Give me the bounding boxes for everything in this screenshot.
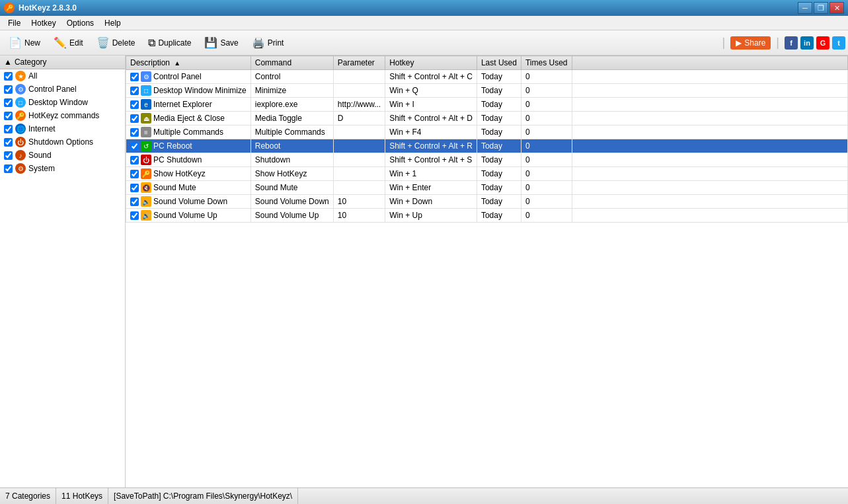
- row-checkbox-6[interactable]: [130, 156, 139, 164]
- cell-command-7: Show HotKeyz: [251, 167, 333, 181]
- cell-last-used-0: Today: [477, 70, 521, 84]
- cell-command-1: Minimize: [251, 84, 333, 98]
- row-checkbox-4[interactable]: [130, 128, 139, 137]
- row-checkbox-8[interactable]: [130, 184, 139, 192]
- sidebar-checkbox-system[interactable]: [4, 164, 13, 173]
- duplicate-icon: ⧉: [148, 37, 155, 49]
- col-command[interactable]: Command: [251, 56, 333, 70]
- content-area: Description ▲ Command Parameter Hotkey L…: [126, 55, 848, 487]
- sidebar-item-hotkeyz-commands[interactable]: 🔑 HotKeyz commands: [0, 109, 125, 122]
- cell-times-used-1: 0: [521, 84, 572, 98]
- cell-last-used-5: Today: [477, 139, 521, 153]
- cat-icon-system: ⚙: [15, 163, 26, 174]
- menu-file[interactable]: File: [3, 17, 26, 29]
- cell-times-used-3: 0: [521, 112, 572, 126]
- table-container[interactable]: Description ▲ Command Parameter Hotkey L…: [126, 55, 848, 487]
- close-button[interactable]: ✕: [829, 2, 844, 14]
- sidebar-label-desktop-window: Desktop Window: [28, 98, 88, 107]
- desc-text-8: Sound Mute: [153, 183, 196, 192]
- table-row[interactable]: ≡ Multiple Commands Multiple Commands Wi…: [126, 126, 848, 139]
- cat-icon-internet: 🌐: [15, 124, 26, 134]
- table-row[interactable]: ⚙ Control Panel Control Shift + Control …: [126, 70, 848, 84]
- separator2: |: [776, 36, 779, 50]
- sidebar-item-internet[interactable]: 🌐 Internet: [0, 122, 125, 135]
- print-label: Print: [268, 38, 284, 48]
- row-checkbox-3[interactable]: [130, 114, 139, 123]
- sidebar-checkbox-all[interactable]: [4, 72, 13, 81]
- table-body: ⚙ Control Panel Control Shift + Control …: [126, 70, 848, 223]
- cell-parameter-1: [333, 84, 385, 98]
- cell-extra-9: [572, 195, 848, 209]
- sidebar-checkbox-control-panel[interactable]: [4, 85, 13, 94]
- sidebar-item-sound[interactable]: ♪ Sound: [0, 149, 125, 162]
- row-checkbox-1[interactable]: [130, 87, 139, 95]
- status-categories: 7 Categories: [0, 488, 56, 504]
- col-parameter[interactable]: Parameter: [333, 56, 385, 70]
- edit-icon: ✏️: [54, 36, 67, 49]
- cell-extra-3: [572, 112, 848, 126]
- menu-help[interactable]: Help: [99, 17, 126, 29]
- col-hotkey[interactable]: Hotkey: [385, 56, 477, 70]
- cell-description-9: 🔉 Sound Volume Down: [126, 195, 251, 209]
- table-row[interactable]: □ Desktop Window Minimize Minimize Win +…: [126, 84, 848, 98]
- table-row[interactable]: ⏏ Media Eject & Close Media Toggle D Shi…: [126, 112, 848, 126]
- google-icon[interactable]: G: [816, 36, 829, 50]
- share-button[interactable]: ▶ Share: [730, 36, 771, 50]
- cell-command-4: Multiple Commands: [251, 126, 333, 139]
- duplicate-button[interactable]: ⧉ Duplicate: [142, 34, 197, 52]
- sidebar-checkbox-shutdown-options[interactable]: [4, 138, 13, 147]
- twitter-icon[interactable]: t: [832, 36, 845, 50]
- row-icon-6: ⏻: [141, 155, 151, 165]
- sidebar-item-control-panel[interactable]: ⚙ Control Panel: [0, 83, 125, 96]
- linkedin-icon[interactable]: in: [800, 36, 814, 50]
- row-icon-7: 🔑: [141, 168, 151, 179]
- row-icon-3: ⏏: [141, 113, 151, 124]
- table-row[interactable]: 🔊 Sound Volume Up Sound Volume Up 10 Win…: [126, 209, 848, 223]
- table-row[interactable]: e Internet Explorer iexplore.exe http://…: [126, 98, 848, 112]
- save-button[interactable]: 💾 Save: [198, 33, 244, 52]
- delete-icon: 🗑️: [96, 36, 110, 49]
- row-checkbox-5[interactable]: [130, 142, 139, 151]
- sidebar-item-desktop-window[interactable]: □ Desktop Window: [0, 96, 125, 109]
- sidebar-item-all[interactable]: ★ All: [0, 69, 125, 83]
- print-button[interactable]: 🖨️ Print: [246, 33, 290, 52]
- table-row[interactable]: 🔉 Sound Volume Down Sound Volume Down 10…: [126, 195, 848, 209]
- cell-hotkey-6: Shift + Control + Alt + S: [385, 153, 477, 167]
- sidebar-checkbox-sound[interactable]: [4, 151, 13, 160]
- new-button[interactable]: 📄 New: [3, 33, 46, 52]
- row-checkbox-7[interactable]: [130, 170, 139, 178]
- titlebar-controls: ─ ❐ ✕: [798, 2, 844, 14]
- table-row[interactable]: ↺ PC Reboot Reboot Shift + Control + Alt…: [126, 139, 848, 153]
- col-times-used[interactable]: Times Used: [521, 56, 572, 70]
- col-description[interactable]: Description ▲: [126, 56, 251, 70]
- cat-icon-hotkeyz-commands: 🔑: [15, 110, 26, 121]
- delete-button[interactable]: 🗑️ Delete: [91, 33, 141, 52]
- cell-description-4: ≡ Multiple Commands: [126, 126, 251, 139]
- restore-button[interactable]: ❐: [814, 2, 828, 14]
- desc-text-7: Show HotKeyz: [153, 169, 206, 178]
- row-checkbox-0[interactable]: [130, 73, 139, 81]
- separator: |: [722, 36, 726, 50]
- row-checkbox-9[interactable]: [130, 198, 139, 206]
- cell-last-used-1: Today: [477, 84, 521, 98]
- table-row[interactable]: 🔇 Sound Mute Sound Mute Win + Enter Toda…: [126, 181, 848, 195]
- table-row[interactable]: 🔑 Show HotKeyz Show HotKeyz Win + 1 Toda…: [126, 167, 848, 181]
- minimize-button[interactable]: ─: [798, 2, 812, 14]
- sidebar-checkbox-hotkeyz-commands[interactable]: [4, 112, 13, 120]
- sidebar-label-control-panel: Control Panel: [28, 85, 77, 94]
- cell-description-8: 🔇 Sound Mute: [126, 181, 251, 195]
- duplicate-label: Duplicate: [158, 38, 191, 48]
- sidebar-checkbox-desktop-window[interactable]: [4, 98, 13, 107]
- col-last-used[interactable]: Last Used: [477, 56, 521, 70]
- sidebar-item-shutdown-options[interactable]: ⏻ Shutdown Options: [0, 135, 125, 149]
- edit-button[interactable]: ✏️ Edit: [48, 33, 89, 52]
- table-row[interactable]: ⏻ PC Shutdown Shutdown Shift + Control +…: [126, 153, 848, 167]
- cell-command-0: Control: [251, 70, 333, 84]
- sidebar-item-system[interactable]: ⚙ System: [0, 162, 125, 175]
- row-checkbox-2[interactable]: [130, 100, 139, 109]
- menu-hotkey[interactable]: Hotkey: [26, 17, 61, 29]
- facebook-icon[interactable]: f: [785, 36, 798, 50]
- row-checkbox-10[interactable]: [130, 211, 139, 220]
- menu-options[interactable]: Options: [61, 17, 99, 29]
- sidebar-checkbox-internet[interactable]: [4, 125, 13, 133]
